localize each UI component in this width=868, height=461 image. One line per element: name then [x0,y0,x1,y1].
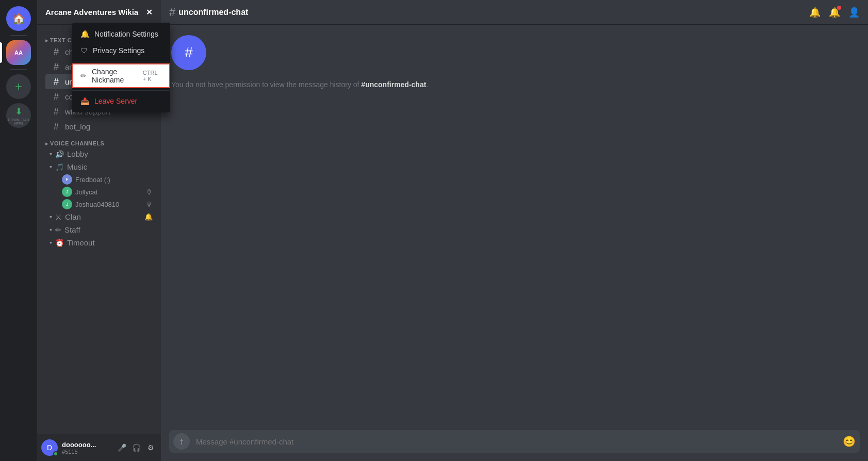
avatar: J [62,187,72,197]
chat-input-box: ↑ 😊 [169,430,860,453]
hash-icon: # [169,6,175,19]
voice-channel-clan[interactable]: ▾ ⚔ Clan 🔔 [45,210,157,223]
voice-channel-lobby[interactable]: ▾ 🔊 Lobby [45,147,157,160]
message-input[interactable] [190,437,843,446]
context-menu-change-nickname[interactable]: ✏ Change Nickname CTRL + K [72,63,170,88]
expand-icon: ▾ [50,164,52,170]
context-menu-divider [72,61,170,61]
header-icons: 🔔 🔔 👤 [809,7,860,18]
bell-icon[interactable]: 🔔 [809,7,821,18]
shield-icon: 🛡 [80,46,88,55]
user-info: doooooo... #5115 [62,441,111,455]
muted-icon: 🎙 [146,188,153,196]
server-divider-2 [10,69,27,70]
bell-muted-icon: 🔔 [144,213,153,221]
avatar: D [41,439,58,456]
context-menu-notification-settings[interactable]: 🔔 Notification Settings [72,26,170,42]
voice-user-fredboat[interactable]: F Fredboat (:) [45,173,157,186]
settings-button[interactable]: ⚙ [144,441,157,454]
voice-channels-header[interactable]: ▸ VOICE CHANNELS [41,138,161,147]
hash-icon: # [54,91,62,102]
chat-messages: # You do not have permission to view the… [161,25,868,430]
expand-icon: ▾ [50,240,52,245]
chat-input-area: ↑ 😊 [161,430,868,461]
channel-title: # unconfirmed-chat [169,6,248,19]
context-menu: 🔔 Notification Settings 🛡 Privacy Settin… [72,23,170,112]
avatar: J [62,199,72,209]
channel-avatar: # [171,35,206,70]
hash-icon: # [54,106,62,117]
channel-name: unconfirmed-chat [178,8,248,17]
shortcut-label: CTRL + K [143,70,162,82]
channel-bot-log[interactable]: # bot_log [45,119,157,134]
bell-badge-icon[interactable]: 🔔 [829,7,840,18]
voice-user-joshua[interactable]: J Joshua040810 🎙 [45,198,157,210]
notification-badge [837,6,841,10]
muted-icon: 🎙 [146,201,153,208]
mic-button[interactable]: 🎤 [116,441,128,454]
leave-icon: 📤 [80,97,89,105]
pencil-icon: ✏ [80,72,87,80]
server-icon-arcane[interactable]: AA [6,40,31,65]
hash-icon: # [54,46,62,57]
add-server-button[interactable]: + [6,74,31,99]
timeout-icon: ⏰ [55,239,64,247]
context-menu-privacy-settings[interactable]: 🛡 Privacy Settings [72,42,170,59]
server-sidebar: 🏠 AA + ⬇ DOWNLOAD APPS [0,0,37,461]
main-content: # unconfirmed-chat 🔔 🔔 👤 # You do not ha… [161,0,868,461]
voice-channel-staff[interactable]: ▾ ✏ Staff [45,223,157,236]
channel-mention: #unconfirmed-chat [361,80,426,89]
voice-channels-category: ▸ VOICE CHANNELS ▾ 🔊 Lobby ▾ 🎵 Music F F… [37,136,161,251]
context-menu-leave-server[interactable]: 📤 Leave Server [72,93,170,109]
music-icon: 🎵 [55,163,64,171]
server-name-header[interactable]: Arcane Adventures Wikia ✕ [37,0,161,25]
headphone-button[interactable]: 🎧 [130,441,142,454]
user-tag-label: #5115 [62,449,111,455]
hash-icon: # [54,121,62,132]
avatar: F [62,174,72,185]
context-menu-divider-2 [72,90,170,91]
online-status-indicator [53,451,58,456]
expand-icon: ▾ [50,214,52,220]
voice-user-jollycat[interactable]: J Jollycat 🎙 [45,186,157,198]
voice-channel-music[interactable]: ▾ 🎵 Music [45,160,157,173]
permission-message: You do not have permission to view the m… [171,80,858,89]
hash-icon: # [54,61,62,72]
user-controls: 🎤 🎧 ⚙ [116,441,157,454]
profile-icon[interactable]: 👤 [848,7,860,18]
speaker-icon: 🔊 [55,150,64,158]
close-icon[interactable]: ✕ [146,8,153,17]
username-label: doooooo... [62,441,111,449]
voice-channel-timeout[interactable]: ▾ ⏰ Timeout [45,236,157,249]
chat-header: # unconfirmed-chat 🔔 🔔 👤 [161,0,868,25]
emoji-button[interactable]: 😊 [843,435,856,448]
bell-icon: 🔔 [80,30,89,38]
server-icon-home[interactable]: 🏠 [6,6,31,31]
clan-icon: ⚔ [55,213,62,221]
download-apps-button[interactable]: ⬇ DOWNLOAD APPS [6,103,31,128]
expand-icon: ▾ [50,227,52,233]
channel-sidebar: Arcane Adventures Wikia ✕ 🔔 Notification… [37,0,161,461]
upload-button[interactable]: ↑ [173,433,190,450]
expand-icon: ▾ [50,151,52,157]
server-name-label: Arcane Adventures Wikia [45,8,138,17]
staff-icon: ✏ [55,226,61,234]
server-divider [10,35,27,36]
hash-icon: # [54,76,62,87]
user-panel: D doooooo... #5115 🎤 🎧 ⚙ [37,434,161,461]
